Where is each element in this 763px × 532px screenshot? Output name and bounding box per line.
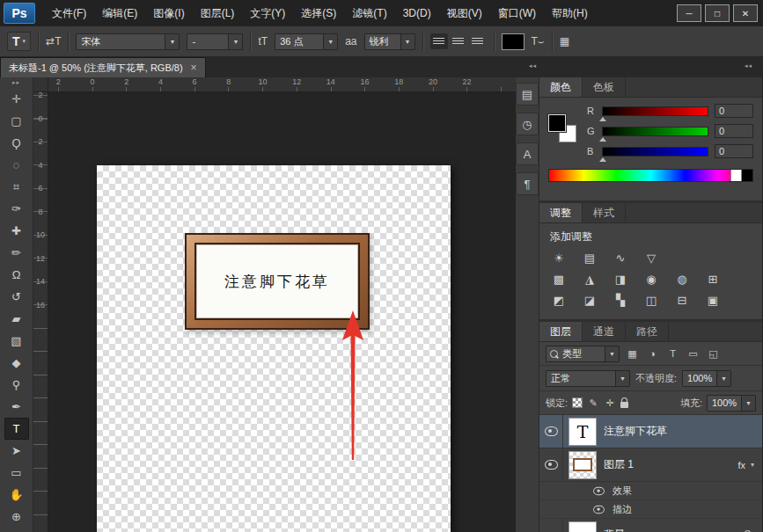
history-brush-tool[interactable]: ↺ [4,286,29,308]
font-size-select[interactable]: 36 点 ▼ [275,33,338,50]
foreground-color-swatch[interactable] [548,114,566,132]
document-canvas[interactable]: 注意脚下花草 [97,165,451,532]
layer-thumbnail[interactable] [569,451,597,479]
path-selection-tool[interactable]: ➤ [4,440,29,462]
type-tool[interactable]: T [4,418,29,440]
tool-preset-button[interactable]: T ▾ [7,32,31,51]
layer-row-background[interactable]: 背景 [539,519,762,532]
tab-styles[interactable]: 样式 [583,203,626,222]
align-left-button[interactable] [430,33,448,49]
healing-brush-tool[interactable]: ✚ [4,220,29,242]
tab-layers[interactable]: 图层 [539,322,583,341]
posterize-icon[interactable]: ▚ [612,293,629,307]
fill-field[interactable]: 100% ▼ [707,395,756,412]
color-balance-icon[interactable]: ◨ [612,272,629,286]
curves-icon[interactable]: ∿ [612,251,629,265]
gradient-tool[interactable]: ▧ [4,330,29,352]
smart-object-filter-icon[interactable]: ◱ [706,348,721,360]
text-orientation-icon[interactable]: ⇄T [46,35,61,47]
stroke-effect-row[interactable]: 描边 [539,500,762,519]
menu-edit[interactable]: 编辑(E) [94,0,145,26]
hand-tool[interactable]: ✋ [4,484,29,506]
slider-marker[interactable] [599,137,606,142]
warp-text-icon[interactable]: T⌣ [532,35,545,47]
visibility-toggle[interactable] [539,519,563,532]
clone-stamp-tool[interactable]: Ω [4,264,29,286]
pixel-layer-filter-icon[interactable]: ▦ [625,348,640,360]
hue-saturation-icon[interactable]: ◮ [581,272,598,286]
menu-3d[interactable]: 3D(D) [395,0,439,26]
canvas-viewport[interactable]: 注意脚下花草 [48,91,516,532]
character-panel-icon[interactable]: A [516,142,539,165]
panel-collapse-icon[interactable]: ◂◂ [745,62,752,69]
lasso-tool[interactable]: Ϙ [4,132,29,154]
zoom-tool[interactable]: ⊕ [4,506,29,528]
layer-name[interactable]: 背景 [604,528,625,532]
blend-mode-select[interactable]: 正常 ▼ [546,370,630,387]
threshold-icon[interactable]: ◫ [642,293,660,307]
green-value-field[interactable]: 0 [715,124,753,138]
tab-close-icon[interactable]: × [191,62,197,74]
pen-tool[interactable]: ✒ [4,396,29,418]
eraser-tool[interactable]: ▰ [4,308,29,330]
eye-icon[interactable] [593,486,605,494]
layer-name[interactable]: 注意脚下花草 [604,424,667,439]
paragraph-panel-icon[interactable]: ¶ [516,172,539,195]
gradient-map-icon[interactable]: ⊟ [673,293,691,307]
channel-mixer-icon[interactable]: ⊞ [704,272,722,286]
font-style-select[interactable]: - ▼ [187,33,243,50]
red-value-field[interactable]: 0 [715,104,753,118]
vibrance-icon[interactable]: ▩ [550,272,568,286]
menu-image[interactable]: 图像(I) [145,0,192,26]
document-tab[interactable]: 未标题-1 @ 50% (注意脚下花草, RGB/8) × [0,57,206,77]
toolbar-collapse-icon[interactable]: ▸▸ [12,77,20,88]
lock-position-icon[interactable]: ✛ [604,397,616,409]
menu-view[interactable]: 视图(V) [439,0,490,26]
adjustment-layer-filter-icon[interactable]: ◑ [645,348,660,359]
text-color-swatch[interactable] [502,33,525,50]
visibility-toggle[interactable] [539,415,563,448]
eye-icon[interactable] [593,505,605,513]
move-tool[interactable]: ✛ [4,88,29,110]
canvas-text-layer[interactable]: 注意脚下花草 [224,272,330,292]
menu-file[interactable]: 文件(F) [44,0,94,26]
dodge-tool[interactable]: ⚲ [4,374,29,396]
color-spectrum-ramp[interactable] [548,169,753,182]
menu-select[interactable]: 选择(S) [293,0,344,26]
invert-icon[interactable]: ◪ [581,293,598,307]
green-slider[interactable] [602,127,708,136]
blue-value-field[interactable]: 0 [715,144,753,158]
tab-adjustments[interactable]: 调整 [539,203,583,222]
blue-slider[interactable] [602,147,708,157]
black-swatch[interactable] [741,170,752,181]
font-family-select[interactable]: 宋体 ▼ [76,33,180,50]
tab-swatches[interactable]: 色板 [583,77,626,97]
properties-panel-icon[interactable]: ▤ [516,83,539,106]
color-lookup-icon[interactable]: ◩ [550,293,568,307]
align-center-button[interactable] [450,33,467,49]
brush-tool[interactable]: ✏ [4,242,29,264]
layer-effects-badge[interactable]: fx ▾ [737,460,762,470]
levels-icon[interactable]: ▤ [581,251,598,265]
type-layer-filter-icon[interactable]: T [665,348,680,359]
menu-help[interactable]: 帮助(H) [544,0,596,26]
blur-tool[interactable]: ◆ [4,352,29,374]
layer-name[interactable]: 图层 1 [604,457,634,472]
lock-all-icon[interactable] [620,402,628,408]
close-button[interactable]: ✕ [733,4,758,22]
crop-tool[interactable]: ⌗ [4,176,29,198]
tab-paths[interactable]: 路径 [626,322,669,341]
text-layer-thumbnail[interactable]: T [569,418,597,446]
photo-filter-icon[interactable]: ◍ [673,272,691,286]
visibility-toggle[interactable] [539,448,563,481]
history-panel-icon[interactable]: ◷ [516,113,539,135]
opacity-field[interactable]: 100% ▼ [682,370,731,387]
background-thumbnail[interactable] [569,521,597,532]
tab-color[interactable]: 颜色 [539,77,583,97]
eyedropper-tool[interactable]: ✑ [4,198,29,220]
maximize-button[interactable]: □ [705,4,730,22]
shape-tool[interactable]: ▭ [4,462,29,484]
shape-layer-filter-icon[interactable]: ▭ [686,348,701,360]
menu-type[interactable]: 文字(Y) [242,0,293,26]
lock-pixels-icon[interactable]: ✎ [587,397,599,409]
